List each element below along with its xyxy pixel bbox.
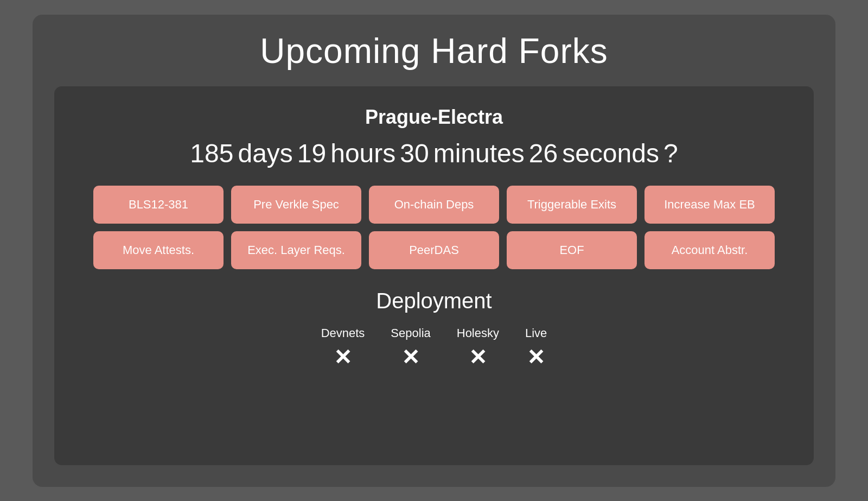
holesky-status: ✕ xyxy=(469,345,487,370)
live-status: ✕ xyxy=(527,345,545,370)
outer-container: Upcoming Hard Forks Prague-Electra 185 d… xyxy=(33,15,835,487)
feature-btn-on-chain-deps[interactable]: On-chain Deps xyxy=(369,186,499,224)
feature-btn-triggerable-exits[interactable]: Triggerable Exits xyxy=(507,186,637,224)
seconds-value: 26 xyxy=(529,138,558,168)
unknown-marker: ? xyxy=(663,138,678,168)
countdown: 185 days 19 hours 30 minutes 26 seconds … xyxy=(190,138,678,168)
deployment-title: Deployment xyxy=(376,289,492,313)
fork-name: Prague-Electra xyxy=(365,106,503,129)
features-row-2: Move Attests. Exec. Layer Reqs. PeerDAS … xyxy=(81,231,787,269)
feature-btn-move-attests[interactable]: Move Attests. xyxy=(93,231,224,269)
feature-btn-bls12-381[interactable]: BLS12-381 xyxy=(93,186,224,224)
inner-panel: Prague-Electra 185 days 19 hours 30 minu… xyxy=(54,86,814,465)
devnets-status: ✕ xyxy=(334,345,352,370)
hours-value: 19 xyxy=(297,138,326,168)
deployment-section: Deployment Devnets ✕ Sepolia ✕ Holesky ✕… xyxy=(81,289,787,370)
features-row-1: BLS12-381 Pre Verkle Spec On-chain Deps … xyxy=(81,186,787,224)
feature-btn-increase-max-eb[interactable]: Increase Max EB xyxy=(644,186,775,224)
deployment-table: Devnets ✕ Sepolia ✕ Holesky ✕ Live ✕ xyxy=(321,326,547,370)
devnets-header: Devnets xyxy=(321,326,365,340)
live-header: Live xyxy=(525,326,547,340)
page-title: Upcoming Hard Forks xyxy=(260,31,608,71)
minutes-label: minutes xyxy=(433,138,525,168)
deployment-col-live: Live ✕ xyxy=(525,326,547,370)
minutes-value: 30 xyxy=(400,138,429,168)
deployment-col-devnets: Devnets ✕ xyxy=(321,326,365,370)
deployment-col-holesky: Holesky ✕ xyxy=(457,326,499,370)
seconds-label: seconds xyxy=(562,138,659,168)
days-label: days xyxy=(238,138,292,168)
feature-btn-account-abstr[interactable]: Account Abstr. xyxy=(644,231,775,269)
sepolia-status: ✕ xyxy=(401,345,420,370)
feature-btn-exec-layer-reqs[interactable]: Exec. Layer Reqs. xyxy=(231,231,361,269)
days-value: 185 xyxy=(190,138,233,168)
feature-btn-eof[interactable]: EOF xyxy=(507,231,637,269)
feature-btn-peerdas[interactable]: PeerDAS xyxy=(369,231,499,269)
features-grid: BLS12-381 Pre Verkle Spec On-chain Deps … xyxy=(81,186,787,269)
hours-label: hours xyxy=(330,138,395,168)
sepolia-header: Sepolia xyxy=(391,326,430,340)
feature-btn-pre-verkle-spec[interactable]: Pre Verkle Spec xyxy=(231,186,361,224)
holesky-header: Holesky xyxy=(457,326,499,340)
deployment-col-sepolia: Sepolia ✕ xyxy=(391,326,430,370)
